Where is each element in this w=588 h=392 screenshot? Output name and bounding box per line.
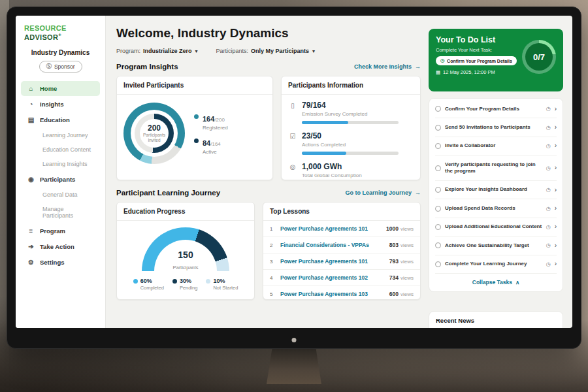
chevron-right-icon: › (555, 142, 557, 149)
collapse-tasks-link[interactable]: Collapse Tasks ∧ (435, 274, 557, 290)
sidebar: RESOURCE ADVISOR+ Industry Dynamics Ⓢ Sp… (16, 16, 106, 328)
legend-item-completed: 60% Completed (133, 278, 164, 291)
sidebar-item-label: Take Action (40, 243, 74, 250)
legend-dot (194, 114, 199, 119)
clock-icon: ◷ (440, 58, 444, 63)
insights-icon: ◔ (27, 101, 35, 108)
card-title: Top Lessons (263, 203, 420, 221)
task-checkbox[interactable] (435, 206, 441, 212)
filter-label: Participants: (216, 48, 249, 54)
participants-filter-dropdown[interactable]: Participants: Only My Participants ▾ (216, 48, 316, 54)
sidebar-item-learning-insights[interactable]: Learning Insights (21, 157, 100, 171)
lesson-row[interactable]: 4 Power Purchase Agreements 102 734views (263, 270, 420, 286)
sidebar-item-label: Insights (40, 101, 63, 108)
section-title: Participant Learning Journey (116, 189, 220, 197)
lesson-link[interactable]: Power Purchase Agreements 101 (280, 225, 381, 232)
page-title: Welcome, Industry Dynamics (116, 26, 421, 41)
sponsor-badge[interactable]: Ⓢ Sponsor (39, 61, 82, 73)
task-checkbox[interactable] (435, 165, 441, 171)
lesson-row[interactable]: 1 Power Purchase Agreements 101 1000view… (263, 221, 420, 237)
lesson-link[interactable]: Financial Considerations - VPPAs (280, 242, 384, 248)
location-pin-icon: ◎ (289, 163, 296, 171)
task-row-verify-participants[interactable]: Verify participants requesting to join t… (435, 155, 557, 181)
gear-icon: ⚙ (27, 259, 35, 266)
calendar-icon: ▦ (436, 69, 440, 75)
legend-dot (194, 139, 199, 143)
next-task-pill[interactable]: ◷ Confirm Your Program Details (436, 56, 517, 65)
lesson-row[interactable]: 2 Financial Considerations - VPPAs 803vi… (263, 237, 420, 253)
legend-item-registered: 164/200 Registered (194, 112, 228, 131)
sidebar-item-take-action[interactable]: ➔ Take Action (21, 239, 100, 254)
task-checkbox[interactable] (435, 242, 441, 248)
task-checkbox[interactable] (435, 106, 441, 112)
progress-bar (302, 152, 399, 155)
sidebar-item-education[interactable]: ▤ Education (21, 112, 100, 127)
logo-plus: + (58, 32, 61, 38)
checklist-icon: ☑ (289, 133, 296, 140)
take-action-icon: ➔ (27, 243, 35, 250)
clock-icon: ◷ (546, 187, 551, 193)
arrow-right-icon: → (415, 63, 421, 70)
power-led-icon (292, 338, 297, 342)
chevron-right-icon: › (555, 165, 557, 171)
sidebar-item-insights[interactable]: ◔ Insights (21, 97, 100, 112)
task-row-send-invitations[interactable]: Send 50 Invitations to Participants ◷ › (435, 118, 557, 137)
lesson-link[interactable]: Power Purchase Agreements 101 (280, 258, 384, 265)
invited-participants-card: Invited Participants 200 Participants In… (116, 76, 273, 180)
monitor-stand (267, 349, 321, 384)
lesson-link[interactable]: Power Purchase Agreements 103 (280, 291, 384, 297)
sidebar-item-settings[interactable]: ⚙ Settings (21, 255, 100, 270)
task-row-explore-insights[interactable]: Explore Your Insights Dashboard ◷ › (435, 181, 557, 199)
program-filter-dropdown[interactable]: Program: Industrialize Zero ▾ (116, 48, 198, 54)
sidebar-item-label: Settings (40, 259, 64, 266)
lesson-link[interactable]: Power Purchase Agreements 102 (280, 274, 384, 281)
task-checkbox[interactable] (435, 261, 441, 267)
survey-icon: ▯ (289, 102, 296, 109)
education-progress-gauge-chart: 150 Participants (142, 227, 229, 272)
sidebar-item-general-data[interactable]: General Data (21, 188, 100, 202)
card-title: Education Progress (117, 203, 254, 221)
todo-progress-ring: 0/7 (522, 40, 556, 74)
sidebar-item-label: Participants (40, 176, 75, 183)
sidebar-item-label: Home (40, 85, 57, 92)
journey-cards-row: Education Progress 150 Participants (116, 202, 421, 300)
lesson-row[interactable]: 5 Power Purchase Agreements 103 600views (263, 286, 420, 302)
sidebar-item-learning-journey[interactable]: Learning Journey (21, 128, 100, 142)
sidebar-item-home[interactable]: ⌂ Home (21, 81, 100, 96)
task-row-upload-educational-content[interactable]: Upload Additional Educational Content ◷ … (435, 218, 557, 237)
sidebar-item-manage-participants[interactable]: Manage Participants (21, 202, 100, 223)
clock-icon: ◷ (546, 165, 551, 171)
legend-item-pending: 30% Pending (172, 278, 198, 291)
logo-text-primary: RESOURCE (24, 24, 67, 32)
task-row-complete-learning-journey[interactable]: Complete Your Learning Journey ◷ › (435, 255, 557, 274)
check-more-insights-link[interactable]: Check More Insights → (354, 63, 421, 70)
stat-global-consumption: ◎ 1,000 GWh Total Global Consumption (282, 156, 420, 180)
task-row-invite-collaborator[interactable]: Invite a Collaborator ◷ › (435, 137, 557, 155)
card-title: Invited Participants (117, 76, 272, 95)
sidebar-item-education-content[interactable]: Education Content (21, 142, 100, 157)
screen: RESOURCE ADVISOR+ Industry Dynamics Ⓢ Sp… (16, 16, 572, 328)
go-to-learning-journey-link[interactable]: Go to Learning Journey → (345, 189, 421, 196)
sidebar-item-program[interactable]: ≡ Program (21, 223, 100, 238)
legend-item-not-started: 10% Not Started (206, 278, 238, 291)
progress-bar (302, 121, 399, 124)
sidebar-nav: ⌂ Home ◔ Insights ▤ Education Learning J… (16, 81, 105, 270)
task-row-confirm-program[interactable]: Confirm Your Program Details ◷ › (435, 100, 557, 118)
clock-icon: ◷ (546, 143, 551, 149)
clock-icon: ◷ (546, 106, 551, 112)
todo-progress-count: 0/7 (533, 52, 545, 62)
task-row-upload-spend-data[interactable]: Upload Spend Data Records ◷ › (435, 199, 557, 218)
task-checkbox[interactable] (435, 187, 441, 193)
clock-icon: ◷ (546, 242, 551, 248)
sidebar-item-participants[interactable]: ◉ Participants (21, 172, 100, 187)
todo-summary-card: Your To Do List Complete Your Next Task:… (429, 29, 563, 91)
app-logo: RESOURCE ADVISOR+ (16, 16, 105, 41)
task-checkbox[interactable] (435, 125, 441, 131)
donut-legend: 164/200 Registered 84/164 Active (194, 106, 228, 161)
task-row-achieve-target[interactable]: Achieve One Sustainability Target ◷ › (435, 237, 557, 255)
task-checkbox[interactable] (435, 143, 441, 149)
clock-icon: ◷ (546, 224, 551, 230)
main-content: Welcome, Industry Dynamics Program: Indu… (106, 16, 429, 328)
lesson-row[interactable]: 3 Power Purchase Agreements 101 793views (263, 253, 420, 270)
task-checkbox[interactable] (435, 224, 441, 230)
